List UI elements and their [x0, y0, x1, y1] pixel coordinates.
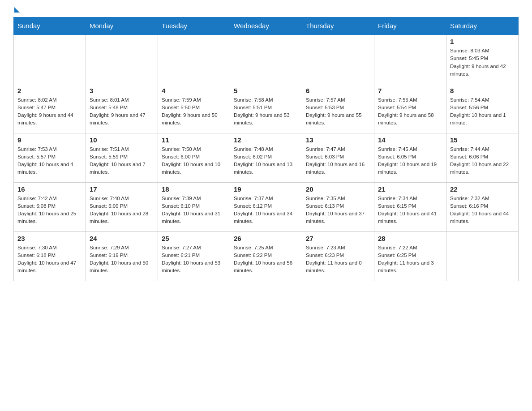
day-number: 13 — [306, 136, 370, 144]
calendar-cell: 19Sunrise: 7:37 AM Sunset: 6:12 PM Dayli… — [230, 182, 302, 231]
day-number: 17 — [90, 185, 154, 193]
day-of-week-header: Saturday — [446, 17, 519, 35]
calendar-cell: 7Sunrise: 7:55 AM Sunset: 5:54 PM Daylig… — [374, 84, 446, 133]
day-number: 22 — [450, 185, 515, 193]
day-number: 9 — [17, 136, 82, 144]
calendar-cell: 9Sunrise: 7:53 AM Sunset: 5:57 PM Daylig… — [14, 133, 86, 182]
day-number: 26 — [234, 235, 298, 242]
calendar-cell: 22Sunrise: 7:32 AM Sunset: 6:16 PM Dayli… — [446, 182, 519, 231]
day-info: Sunrise: 7:27 AM Sunset: 6:21 PM Dayligh… — [162, 244, 226, 275]
day-info: Sunrise: 7:35 AM Sunset: 6:13 PM Dayligh… — [306, 195, 370, 226]
calendar-cell: 14Sunrise: 7:45 AM Sunset: 6:05 PM Dayli… — [374, 133, 446, 182]
day-info: Sunrise: 7:39 AM Sunset: 6:10 PM Dayligh… — [162, 195, 226, 226]
day-info: Sunrise: 7:45 AM Sunset: 6:05 PM Dayligh… — [378, 146, 442, 176]
day-info: Sunrise: 7:47 AM Sunset: 6:03 PM Dayligh… — [306, 146, 370, 176]
day-info: Sunrise: 8:02 AM Sunset: 5:47 PM Dayligh… — [17, 96, 82, 127]
day-info: Sunrise: 7:40 AM Sunset: 6:09 PM Dayligh… — [90, 195, 154, 226]
day-info: Sunrise: 7:29 AM Sunset: 6:19 PM Dayligh… — [90, 244, 154, 275]
calendar-cell — [446, 231, 519, 281]
day-info: Sunrise: 7:32 AM Sunset: 6:16 PM Dayligh… — [450, 195, 515, 226]
day-info: Sunrise: 7:25 AM Sunset: 6:22 PM Dayligh… — [234, 244, 298, 275]
day-info: Sunrise: 7:53 AM Sunset: 5:57 PM Dayligh… — [17, 146, 82, 176]
calendar-cell: 28Sunrise: 7:22 AM Sunset: 6:25 PM Dayli… — [374, 231, 446, 281]
calendar-cell — [302, 34, 374, 84]
calendar-cell: 18Sunrise: 7:39 AM Sunset: 6:10 PM Dayli… — [158, 182, 230, 231]
calendar-cell: 24Sunrise: 7:29 AM Sunset: 6:19 PM Dayli… — [86, 231, 158, 281]
day-number: 18 — [162, 185, 226, 193]
day-info: Sunrise: 7:54 AM Sunset: 5:56 PM Dayligh… — [450, 96, 515, 127]
day-number: 2 — [17, 87, 82, 94]
day-number: 23 — [17, 235, 82, 242]
day-info: Sunrise: 7:44 AM Sunset: 6:06 PM Dayligh… — [450, 146, 515, 176]
day-info: Sunrise: 7:51 AM Sunset: 5:59 PM Dayligh… — [90, 146, 154, 176]
calendar-week-row: 9Sunrise: 7:53 AM Sunset: 5:57 PM Daylig… — [14, 133, 519, 182]
calendar-cell: 27Sunrise: 7:23 AM Sunset: 6:23 PM Dayli… — [302, 231, 374, 281]
day-number: 27 — [306, 235, 370, 242]
calendar-cell: 5Sunrise: 7:58 AM Sunset: 5:51 PM Daylig… — [230, 84, 302, 133]
day-of-week-header: Friday — [374, 17, 446, 35]
day-of-week-header: Thursday — [302, 17, 374, 35]
calendar-cell: 25Sunrise: 7:27 AM Sunset: 6:21 PM Dayli… — [158, 231, 230, 281]
day-info: Sunrise: 7:48 AM Sunset: 6:02 PM Dayligh… — [234, 146, 298, 176]
day-number: 5 — [234, 87, 298, 94]
day-number: 16 — [17, 185, 82, 193]
calendar-cell: 16Sunrise: 7:42 AM Sunset: 6:08 PM Dayli… — [14, 182, 86, 231]
day-of-week-header: Monday — [86, 17, 158, 35]
calendar-cell: 3Sunrise: 8:01 AM Sunset: 5:48 PM Daylig… — [86, 84, 158, 133]
calendar-cell — [158, 34, 230, 84]
calendar-cell: 26Sunrise: 7:25 AM Sunset: 6:22 PM Dayli… — [230, 231, 302, 281]
day-info: Sunrise: 8:03 AM Sunset: 5:45 PM Dayligh… — [450, 47, 515, 78]
calendar-week-row: 16Sunrise: 7:42 AM Sunset: 6:08 PM Dayli… — [14, 182, 519, 231]
calendar-cell: 15Sunrise: 7:44 AM Sunset: 6:06 PM Dayli… — [446, 133, 519, 182]
day-number: 10 — [90, 136, 154, 144]
day-info: Sunrise: 7:57 AM Sunset: 5:53 PM Dayligh… — [306, 96, 370, 127]
day-info: Sunrise: 7:22 AM Sunset: 6:25 PM Dayligh… — [378, 244, 442, 275]
day-number: 19 — [234, 185, 298, 193]
calendar-cell: 17Sunrise: 7:40 AM Sunset: 6:09 PM Dayli… — [86, 182, 158, 231]
calendar-cell: 1Sunrise: 8:03 AM Sunset: 5:45 PM Daylig… — [446, 34, 519, 84]
calendar-cell: 23Sunrise: 7:30 AM Sunset: 6:18 PM Dayli… — [14, 231, 86, 281]
day-number: 25 — [162, 235, 226, 242]
day-info: Sunrise: 7:50 AM Sunset: 6:00 PM Dayligh… — [162, 146, 226, 176]
calendar-cell: 21Sunrise: 7:34 AM Sunset: 6:15 PM Dayli… — [374, 182, 446, 231]
calendar-cell: 6Sunrise: 7:57 AM Sunset: 5:53 PM Daylig… — [302, 84, 374, 133]
calendar-cell — [374, 34, 446, 84]
day-number: 1 — [450, 38, 515, 45]
day-number: 7 — [378, 87, 442, 94]
day-number: 24 — [90, 235, 154, 242]
day-info: Sunrise: 7:42 AM Sunset: 6:08 PM Dayligh… — [17, 195, 82, 226]
day-info: Sunrise: 7:34 AM Sunset: 6:15 PM Dayligh… — [378, 195, 442, 226]
day-of-week-header: Tuesday — [158, 17, 230, 35]
day-of-week-header: Wednesday — [230, 17, 302, 35]
day-info: Sunrise: 7:59 AM Sunset: 5:50 PM Dayligh… — [162, 96, 226, 127]
calendar-cell: 20Sunrise: 7:35 AM Sunset: 6:13 PM Dayli… — [302, 182, 374, 231]
calendar-week-row: 23Sunrise: 7:30 AM Sunset: 6:18 PM Dayli… — [14, 231, 519, 281]
page-header — [13, 9, 519, 13]
calendar-cell: 2Sunrise: 8:02 AM Sunset: 5:47 PM Daylig… — [14, 84, 86, 133]
calendar-cell: 11Sunrise: 7:50 AM Sunset: 6:00 PM Dayli… — [158, 133, 230, 182]
day-info: Sunrise: 7:30 AM Sunset: 6:18 PM Dayligh… — [17, 244, 82, 275]
day-number: 20 — [306, 185, 370, 193]
calendar-cell — [14, 34, 86, 84]
day-number: 4 — [162, 87, 226, 94]
day-number: 8 — [450, 87, 515, 94]
logo — [13, 9, 20, 13]
day-info: Sunrise: 7:37 AM Sunset: 6:12 PM Dayligh… — [234, 195, 298, 226]
calendar-cell — [86, 34, 158, 84]
calendar-cell: 10Sunrise: 7:51 AM Sunset: 5:59 PM Dayli… — [86, 133, 158, 182]
day-number: 3 — [90, 87, 154, 94]
day-number: 15 — [450, 136, 515, 144]
day-info: Sunrise: 7:58 AM Sunset: 5:51 PM Dayligh… — [234, 96, 298, 127]
day-number: 11 — [162, 136, 226, 144]
calendar-cell: 8Sunrise: 7:54 AM Sunset: 5:56 PM Daylig… — [446, 84, 519, 133]
day-number: 6 — [306, 87, 370, 94]
day-of-week-header: Sunday — [14, 17, 86, 35]
calendar-table: SundayMondayTuesdayWednesdayThursdayFrid… — [13, 17, 519, 281]
calendar-cell — [230, 34, 302, 84]
day-number: 14 — [378, 136, 442, 144]
calendar-cell: 13Sunrise: 7:47 AM Sunset: 6:03 PM Dayli… — [302, 133, 374, 182]
day-number: 12 — [234, 136, 298, 144]
calendar-header-row: SundayMondayTuesdayWednesdayThursdayFrid… — [14, 17, 519, 35]
calendar-week-row: 2Sunrise: 8:02 AM Sunset: 5:47 PM Daylig… — [14, 84, 519, 133]
day-info: Sunrise: 7:23 AM Sunset: 6:23 PM Dayligh… — [306, 244, 370, 275]
